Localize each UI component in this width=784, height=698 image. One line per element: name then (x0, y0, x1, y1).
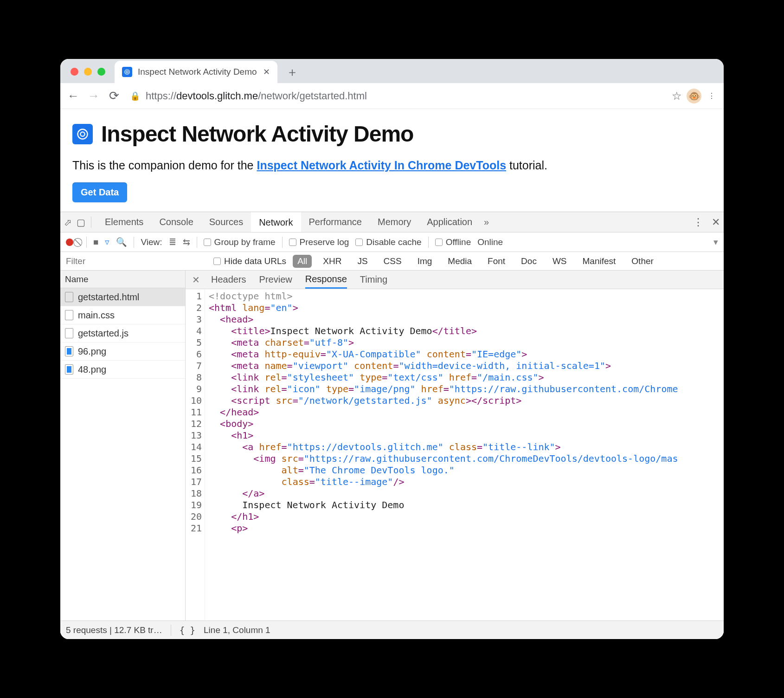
disable-cache-checkbox[interactable]: Disable cache (355, 237, 421, 247)
url-text: https://devtools.glitch.me/network/getst… (146, 90, 367, 102)
devtools-statusbar: 5 requests | 12.7 KB tr… { } Line 1, Col… (60, 620, 724, 639)
devtools-favicon-icon (122, 67, 132, 77)
close-tab-icon[interactable]: ✕ (263, 68, 271, 76)
offline-checkbox[interactable]: Offline (435, 237, 471, 247)
get-data-button[interactable]: Get Data (72, 182, 127, 202)
panel-tab-console[interactable]: Console (151, 212, 201, 232)
detail-tab-headers[interactable]: Headers (211, 271, 246, 288)
document-file-icon (65, 310, 73, 320)
filter-type-media[interactable]: Media (443, 255, 476, 268)
panel-tab-performance[interactable]: Performance (301, 212, 370, 232)
record-icon[interactable] (66, 239, 73, 246)
overview-icon[interactable]: ⇆ (183, 237, 190, 247)
devtools-close-icon[interactable]: ✕ (712, 216, 720, 228)
filter-type-css[interactable]: CSS (379, 255, 406, 268)
svg-point-2 (78, 129, 88, 139)
page-content: Inspect Network Activity Demo This is th… (60, 109, 724, 212)
profile-avatar[interactable]: 🐵 (687, 89, 701, 103)
name-column-header[interactable]: Name (60, 271, 185, 288)
svg-point-0 (125, 70, 130, 75)
back-button[interactable]: ← (64, 87, 83, 105)
filter-type-xhr[interactable]: XHR (318, 255, 346, 268)
close-window-button[interactable] (71, 68, 78, 76)
titlebar: Inspect Network Activity Demo ✕ ＋ (60, 59, 724, 83)
fullscreen-window-button[interactable] (97, 68, 105, 76)
devtools-settings-icon[interactable]: ⋮ (693, 216, 703, 228)
camera-icon[interactable]: ■ (93, 237, 98, 247)
devtools-logo-icon (72, 124, 93, 144)
request-row[interactable]: getstarted.js (60, 324, 185, 343)
request-row[interactable]: 96.png (60, 343, 185, 361)
request-row[interactable]: getstarted.html (60, 288, 185, 306)
reload-button[interactable]: ⟳ (105, 87, 123, 105)
status-requests: 5 requests | 12.7 KB tr… (66, 625, 162, 635)
traffic-lights (60, 68, 115, 83)
address-bar: ← → ⟳ 🔒 https://devtools.glitch.me/netwo… (60, 83, 724, 109)
detail-tab-timing[interactable]: Timing (360, 271, 387, 288)
filter-input[interactable] (60, 252, 213, 270)
search-icon[interactable]: 🔍 (116, 237, 127, 247)
panel-tab-network[interactable]: Network (251, 212, 301, 232)
filter-type-font[interactable]: Font (483, 255, 510, 268)
request-name: 48.png (78, 364, 106, 375)
filter-type-img[interactable]: Img (413, 255, 437, 268)
panel-tab-memory[interactable]: Memory (370, 212, 419, 232)
filter-type-doc[interactable]: Doc (516, 255, 541, 268)
large-rows-icon[interactable]: ≣ (169, 237, 176, 247)
filter-bar: Hide data URLs AllXHRJSCSSImgMediaFontDo… (60, 252, 724, 271)
svg-point-1 (126, 71, 129, 73)
browser-menu-icon[interactable]: ⋮ (703, 91, 720, 100)
toolbar-dropdown-icon[interactable]: ▾ (713, 237, 718, 247)
image-file-icon (65, 364, 73, 375)
image-file-icon (65, 346, 73, 356)
request-row[interactable]: 48.png (60, 361, 185, 379)
response-source[interactable]: 1 2 3 4 5 6 7 8 9 10 11 12 13 14 15 16 1… (186, 289, 724, 620)
panel-tab-sources[interactable]: Sources (201, 212, 251, 232)
filter-type-js[interactable]: JS (353, 255, 372, 268)
document-file-icon (65, 292, 73, 302)
devtools-panel: ⬀ ▢ ElementsConsoleSourcesNetworkPerform… (60, 212, 724, 639)
request-name: getstarted.js (78, 328, 129, 339)
request-detail: ✕ HeadersPreviewResponseTiming 1 2 3 4 5… (186, 271, 724, 620)
preserve-log-checkbox[interactable]: Preserve log (289, 237, 349, 247)
new-tab-button[interactable]: ＋ (284, 64, 301, 80)
browser-tab[interactable]: Inspect Network Activity Demo ✕ (115, 61, 277, 83)
request-row[interactable]: main.css (60, 306, 185, 324)
filter-type-other[interactable]: Other (627, 255, 658, 268)
requests-list: Name getstarted.htmlmain.cssgetstarted.j… (60, 271, 186, 620)
detail-tabs: ✕ HeadersPreviewResponseTiming (186, 271, 724, 289)
group-by-frame-checkbox[interactable]: Group by frame (204, 237, 276, 247)
url-box[interactable]: 🔒 https://devtools.glitch.me/network/get… (125, 90, 670, 102)
panel-tab-application[interactable]: Application (419, 212, 480, 232)
forward-button[interactable]: → (84, 87, 103, 105)
inspect-element-icon[interactable]: ⬀ (64, 217, 72, 228)
network-toolbar: ⃠ ■ ▿ 🔍 View: ≣ ⇆ Group by frame Preserv… (60, 233, 724, 252)
intro-link[interactable]: Inspect Network Activity In Chrome DevTo… (257, 159, 506, 172)
detail-tab-preview[interactable]: Preview (259, 271, 292, 288)
lock-icon: 🔒 (130, 91, 140, 101)
request-name: main.css (78, 310, 115, 321)
request-name: 96.png (78, 346, 106, 357)
filter-type-manifest[interactable]: Manifest (578, 255, 621, 268)
request-name: getstarted.html (78, 292, 139, 303)
svg-point-3 (80, 132, 84, 136)
page-heading: Inspect Network Activity Demo (72, 121, 712, 147)
filter-toggle-icon[interactable]: ▿ (105, 237, 109, 247)
devtools-tabs: ⬀ ▢ ElementsConsoleSourcesNetworkPerform… (60, 212, 724, 233)
format-icon[interactable]: { } (180, 625, 195, 635)
view-label: View: (141, 237, 162, 247)
browser-window: Inspect Network Activity Demo ✕ ＋ ← → ⟳ … (60, 59, 724, 639)
bookmark-icon[interactable]: ☆ (672, 90, 682, 103)
online-dropdown[interactable]: Online (477, 237, 503, 247)
detail-tab-response[interactable]: Response (305, 271, 347, 289)
filter-type-ws[interactable]: WS (548, 255, 572, 268)
device-toggle-icon[interactable]: ▢ (77, 217, 85, 228)
close-detail-icon[interactable]: ✕ (192, 274, 200, 285)
panel-tab-elements[interactable]: Elements (97, 212, 151, 232)
hide-data-urls-checkbox[interactable]: Hide data URLs (213, 256, 286, 266)
status-position: Line 1, Column 1 (204, 625, 270, 635)
tabs-row: Inspect Network Activity Demo ✕ ＋ (115, 59, 724, 83)
more-panels-icon[interactable]: » (484, 217, 489, 227)
filter-type-all[interactable]: All (293, 255, 312, 268)
minimize-window-button[interactable] (84, 68, 92, 76)
